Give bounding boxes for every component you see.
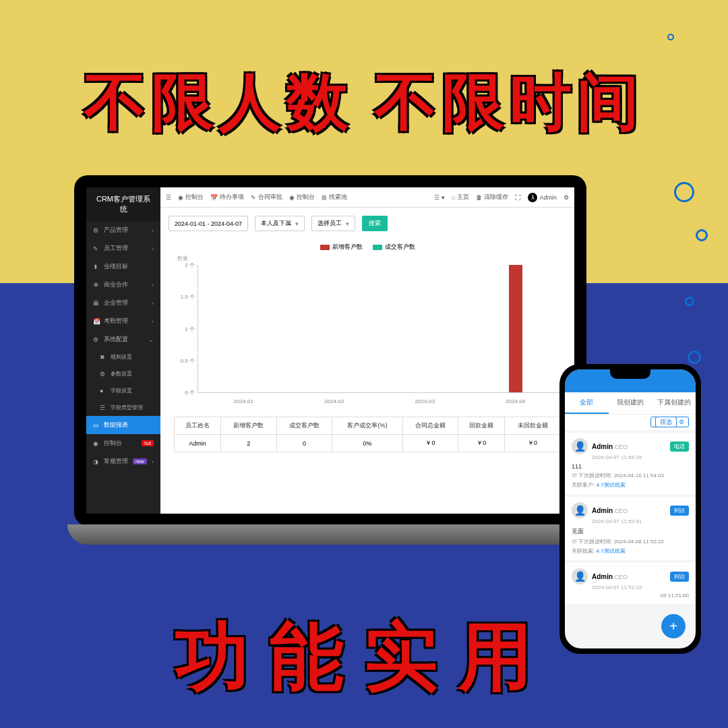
chart-legend: 新增客户数 成交客户数	[160, 239, 574, 255]
menu-icon: 📅	[93, 318, 100, 325]
sidebar-label: 员工管理	[104, 244, 128, 253]
sidebar-label: 字段类型管理	[111, 404, 143, 411]
topbar-icon: ✎	[251, 194, 256, 201]
topbar-item[interactable]: ⛶	[515, 194, 521, 201]
status-tag: 电话	[670, 442, 689, 452]
menu-icon: ●	[100, 388, 107, 394]
sidebar-item[interactable]: ✎员工管理›	[86, 239, 160, 257]
table-header: 回款金额	[458, 417, 505, 435]
add-button[interactable]: +	[661, 614, 686, 638]
list-item[interactable]: 👤Admin CEO到访 2024-04-07 11:52:41 见面 ⏱ 下次…	[565, 497, 696, 560]
employee-select[interactable]: 选择员工▾	[311, 216, 355, 231]
sidebar-item[interactable]: 📅考勤管理›	[86, 312, 160, 330]
menu-icon: ☰	[100, 404, 107, 411]
topbar-icon: ☰	[434, 194, 439, 201]
topbar-icon: ⊞	[322, 194, 327, 201]
date-range-input[interactable]: 2024-01-01 - 2024-04-07	[169, 216, 248, 231]
topbar-item[interactable]: ☰	[166, 194, 171, 201]
sidebar-label: 控制台	[104, 439, 122, 448]
menu-icon: ◉	[93, 440, 100, 447]
topbar-item[interactable]: ⊞线索池	[322, 193, 347, 202]
sidebar-item[interactable]: ✖规则设置	[86, 348, 160, 365]
topbar-item[interactable]: ✎合同审批	[251, 193, 282, 202]
topbar-icon: ☰	[166, 194, 171, 201]
chevron-icon: ›	[152, 300, 154, 307]
bar-chart: 数量 0 个0.5 个1 个1.5 个2 个2024-012024-022024…	[160, 255, 574, 410]
chevron-icon: ›	[152, 318, 154, 325]
topbar-item[interactable]: 🗑清除缓存	[476, 193, 508, 202]
crm-app: CRM客户管理系统 ⚙产品管理›✎员工管理›⬍业绩目标👁商业合作›🏛企业管理›📅…	[86, 187, 574, 514]
status-tag: 到访	[670, 572, 689, 582]
sidebar-item[interactable]: 🏛企业管理›	[86, 294, 160, 312]
sidebar-item[interactable]: 👁商业合作›	[86, 276, 160, 294]
menu-icon: ▭	[93, 422, 100, 429]
table-header: 新增客户数	[220, 417, 276, 435]
topbar-item[interactable]: ☰▾	[434, 194, 445, 201]
sidebar-label: 数据报表	[104, 421, 128, 429]
filter-button[interactable]: 筛选 ⚙	[565, 415, 696, 430]
badge: hot	[142, 440, 154, 446]
sidebar-item[interactable]: ▭数据报表	[86, 416, 160, 434]
scope-select[interactable]: 本人及下属▾	[255, 216, 305, 231]
sidebar-item[interactable]: ●字段设置	[86, 382, 160, 399]
phone-frame: 全部我创建的下属创建的 筛选 ⚙ 👤Admin CEO电话 2024-04-07…	[559, 364, 701, 654]
sidebar-label: 系统配置	[104, 335, 128, 344]
badge: new	[133, 458, 147, 464]
sidebar-item[interactable]: ◑常规管理new›	[86, 452, 160, 471]
menu-icon: ✎	[93, 245, 100, 252]
sidebar-label: 企业管理	[104, 299, 128, 307]
search-button[interactable]: 搜索	[362, 216, 388, 231]
laptop-frame: CRM客户管理系统 ⚙产品管理›✎员工管理›⬍业绩目标👁商业合作›🏛企业管理›📅…	[67, 175, 593, 580]
sidebar-label: 常规管理	[104, 457, 128, 466]
user-avatar: λ	[528, 193, 537, 202]
sidebar-label: 参数设置	[111, 370, 132, 377]
avatar: 👤	[572, 502, 588, 518]
decorative-circle	[685, 297, 694, 306]
table-header: 合同总金额	[402, 417, 458, 435]
topbar-item[interactable]: λAdmin	[528, 193, 557, 202]
table-header: 成交客户数	[276, 417, 332, 435]
sidebar-item[interactable]: ⚙产品管理›	[86, 221, 160, 239]
sidebar-item[interactable]: ⚙参数设置	[86, 365, 160, 382]
topbar-icon: ⛶	[515, 194, 521, 201]
decorative-circle	[667, 34, 674, 40]
topbar-item[interactable]: ◉控制台	[289, 193, 315, 202]
sidebar-label: 业绩目标	[104, 262, 128, 271]
topbar-item[interactable]: ⚙	[564, 194, 569, 201]
decorative-circle	[674, 182, 694, 202]
table-header: 未回款金额	[505, 417, 561, 435]
avatar: 👤	[572, 568, 588, 584]
topbar: ☰◉控制台📅待办事项✎合同审批◉控制台⊞线索池 ☰▾⌂主页🗑清除缓存⛶λAdmi…	[160, 187, 574, 208]
topbar-icon: ◉	[178, 194, 183, 201]
filter-bar: 2024-01-01 - 2024-04-07 本人及下属▾ 选择员工▾ 搜索	[160, 208, 574, 239]
sidebar-item[interactable]: ◉控制台hot	[86, 434, 160, 452]
phone-tabs: 全部我创建的下属创建的	[565, 392, 696, 415]
decorative-circle	[696, 229, 708, 241]
sidebar-item[interactable]: ☰字段类型管理	[86, 399, 160, 416]
topbar-item[interactable]: ⌂主页	[452, 193, 469, 202]
menu-icon: ◑	[93, 458, 100, 465]
list-item[interactable]: 👤Admin CEO到访 2024-04-07 11:51:19 09 11:5…	[565, 563, 696, 604]
topbar-item[interactable]: ◉控制台	[178, 193, 204, 202]
sidebar-label: 商业合作	[104, 280, 128, 289]
menu-icon: ⬍	[93, 264, 100, 270]
topbar-icon: 🗑	[476, 194, 482, 201]
phone-tab[interactable]: 下属创建的	[652, 392, 696, 414]
chevron-icon: ›	[152, 282, 154, 289]
sidebar-label: 考勤管理	[104, 317, 128, 326]
phone-tab[interactable]: 我创建的	[609, 392, 653, 414]
list-item[interactable]: 👤Admin CEO电话 2024-04-07 11:54:29 111 ⏱ 下…	[565, 433, 696, 494]
menu-icon: ✖	[100, 354, 107, 361]
sidebar-item[interactable]: ⚙系统配置⌄	[86, 330, 160, 348]
phone-tab[interactable]: 全部	[565, 392, 609, 414]
topbar-icon: ⚙	[564, 194, 569, 201]
table-header: 客户成交率(%)	[332, 417, 402, 435]
headline-top: 不限人数 不限时间	[0, 61, 728, 144]
topbar-icon: ◉	[289, 194, 295, 201]
chevron-icon: ›	[152, 458, 154, 465]
topbar-icon: ⌂	[452, 194, 455, 201]
sidebar-item[interactable]: ⬍业绩目标	[86, 257, 160, 276]
topbar-item[interactable]: 📅待办事项	[210, 193, 244, 202]
app-title: CRM客户管理系统	[86, 187, 160, 221]
menu-icon: 👁	[93, 282, 100, 289]
